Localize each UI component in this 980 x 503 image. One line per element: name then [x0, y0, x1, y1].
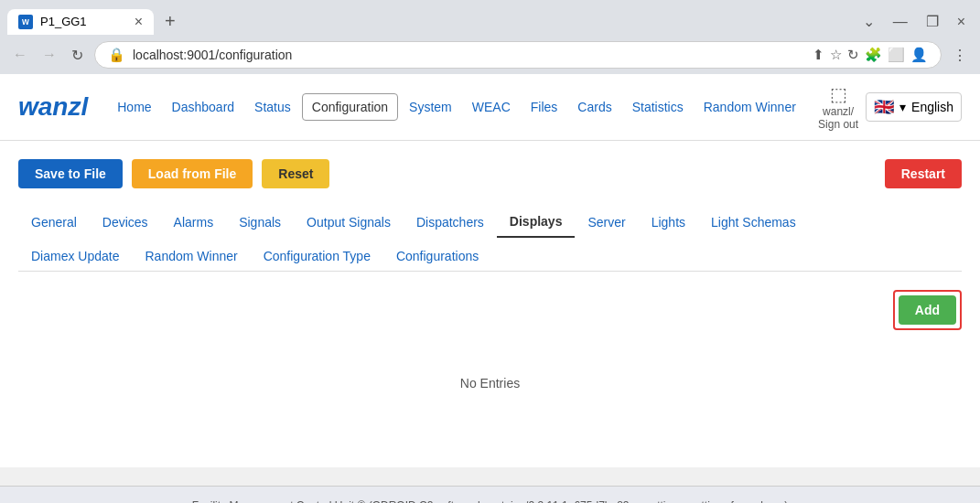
- nav-system[interactable]: System: [400, 94, 461, 120]
- share-icon[interactable]: ⬆: [813, 47, 824, 63]
- window-close-button[interactable]: ×: [950, 9, 973, 34]
- profile-icon[interactable]: 👤: [910, 47, 928, 63]
- tab-displays[interactable]: Displays: [497, 207, 576, 238]
- star-icon[interactable]: ☆: [830, 47, 842, 63]
- config-tabs: General Devices Alarms Signals Output Si…: [18, 207, 962, 272]
- footer: Facility Management Control Unit © (ODRO…: [0, 486, 980, 503]
- tab-diamex-update[interactable]: Diamex Update: [18, 241, 133, 271]
- forward-button[interactable]: →: [38, 43, 60, 67]
- tab-favicon: w: [18, 15, 33, 29]
- save-to-file-button[interactable]: Save to File: [18, 159, 123, 188]
- tab-light-schemas[interactable]: Light Schemas: [698, 207, 809, 238]
- extension-icon[interactable]: 🧩: [865, 47, 882, 63]
- window-chevron-button[interactable]: ⌄: [856, 9, 882, 34]
- menu-button[interactable]: ⋮: [949, 43, 971, 68]
- add-section: Add: [18, 290, 962, 330]
- language-selector[interactable]: 🇬🇧 ▾ English: [866, 92, 962, 122]
- tab-lights[interactable]: Lights: [639, 207, 698, 238]
- sign-out-icon: ⬚: [830, 83, 847, 105]
- nav-files[interactable]: Files: [522, 94, 567, 120]
- logo: wanzl: [18, 92, 88, 122]
- tab-configuration-type[interactable]: Configuration Type: [251, 241, 383, 271]
- nav-random-winner[interactable]: Random Winner: [695, 94, 805, 120]
- back-button[interactable]: ←: [9, 43, 31, 67]
- tab-general[interactable]: General: [18, 207, 90, 238]
- no-entries-message: No Entries: [18, 348, 962, 418]
- add-button[interactable]: Add: [899, 295, 956, 325]
- reload-button[interactable]: ↻: [68, 43, 87, 68]
- language-arrow: ▾: [899, 100, 906, 114]
- reset-button[interactable]: Reset: [262, 159, 329, 188]
- config-tabs-row2: Diamex Update Random Winner Configuratio…: [18, 238, 962, 271]
- window-maximize-button[interactable]: ❐: [919, 9, 946, 34]
- tab-dispatchers[interactable]: Dispatchers: [404, 207, 497, 238]
- load-from-file-button[interactable]: Load from File: [132, 159, 253, 188]
- tab-devices[interactable]: Devices: [90, 207, 161, 238]
- sign-out-label: Sign out: [818, 118, 858, 131]
- lock-icon: 🔒: [108, 47, 125, 63]
- nav-status[interactable]: Status: [245, 94, 300, 120]
- tab-close-icon[interactable]: ×: [135, 15, 143, 29]
- nav-configuration[interactable]: Configuration: [302, 93, 398, 121]
- sign-out-area[interactable]: ⬚ wanzl/ Sign out: [818, 83, 858, 131]
- tab-random-winner[interactable]: Random Winner: [133, 241, 251, 271]
- wanzl-label: wanzl/: [823, 105, 854, 118]
- nav-dashboard[interactable]: Dashboard: [163, 94, 244, 120]
- splitscreen-icon[interactable]: ⬜: [888, 47, 905, 63]
- flag-icon: 🇬🇧: [874, 97, 894, 117]
- new-tab-button[interactable]: +: [157, 7, 183, 36]
- footer-text: Facility Management Control Unit © (ODRO…: [192, 499, 789, 503]
- tab-output-signals[interactable]: Output Signals: [294, 207, 404, 238]
- nav-cards[interactable]: Cards: [568, 94, 620, 120]
- site-header: wanzl Home Dashboard Status Configuratio…: [0, 74, 980, 141]
- tab-server[interactable]: Server: [575, 207, 638, 238]
- browser-tab[interactable]: w P1_GG1 ×: [7, 9, 154, 35]
- nav-links: Home Dashboard Status Configuration Syst…: [108, 93, 813, 121]
- nav-statistics[interactable]: Statistics: [623, 94, 693, 120]
- tab-title: P1_GG1: [40, 15, 127, 28]
- restart-button[interactable]: Restart: [885, 159, 962, 188]
- reload-icon[interactable]: ↻: [847, 47, 859, 63]
- address-text: localhost:9001/configuration: [133, 48, 805, 62]
- action-bar: Save to File Load from File Reset Restar…: [18, 159, 962, 188]
- add-button-wrapper: Add: [893, 290, 962, 330]
- tab-signals[interactable]: Signals: [226, 207, 294, 238]
- window-minimize-button[interactable]: —: [886, 9, 915, 34]
- language-label: English: [911, 100, 953, 114]
- tab-alarms[interactable]: Alarms: [161, 207, 227, 238]
- tab-configurations[interactable]: Configurations: [383, 241, 491, 271]
- nav-home[interactable]: Home: [108, 94, 160, 120]
- address-bar[interactable]: 🔒 localhost:9001/configuration ⬆ ☆ ↻ 🧩 ⬜…: [94, 41, 942, 69]
- nav-weac[interactable]: WEAC: [463, 94, 520, 120]
- config-tabs-row1: General Devices Alarms Signals Output Si…: [18, 207, 962, 238]
- header-right: ⬚ wanzl/ Sign out 🇬🇧 ▾ English: [818, 83, 962, 131]
